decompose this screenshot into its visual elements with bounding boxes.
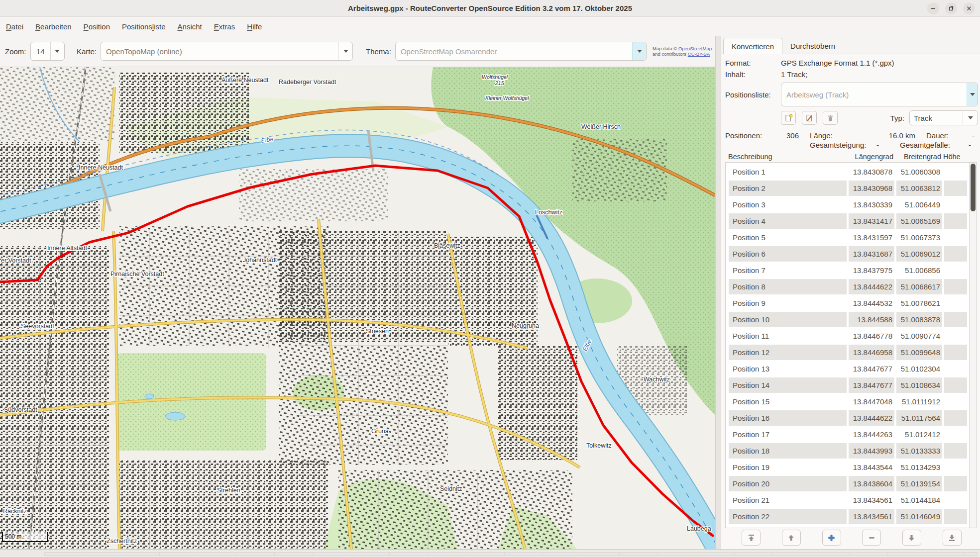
menu-item-positionsliste[interactable]: Positionsliste xyxy=(122,22,166,31)
move-position-bottom-button[interactable] xyxy=(943,530,962,546)
cell-lon: 13.8444622 xyxy=(849,279,894,294)
chevron-down-icon xyxy=(55,50,60,53)
table-scrollbar[interactable] xyxy=(969,163,977,528)
cell-description: Position 2 xyxy=(729,181,847,196)
arrow-down-icon xyxy=(907,534,916,542)
move-position-up-button[interactable] xyxy=(782,530,801,546)
openstreetmap-link[interactable]: OpenStreetMap xyxy=(678,46,712,51)
table-row[interactable]: Position 2013.843860451.0139154 xyxy=(726,475,969,492)
table-row[interactable]: Position 513.843159751.0067373 xyxy=(726,229,969,246)
delete-positionlist-button[interactable] xyxy=(823,111,838,125)
menu-item-ansicht[interactable]: Ansicht xyxy=(178,22,202,31)
positionlist-dropdown-button[interactable] xyxy=(967,83,978,106)
table-row[interactable]: Position 213.843096851.0063812 xyxy=(726,180,969,196)
table-header: Beschreibung Längengrad Breitengrad Höhe xyxy=(725,151,978,162)
map-label: Radeberger Vorstadt xyxy=(279,79,336,86)
cell-lon: 13.8444622 xyxy=(849,410,894,426)
table-row[interactable]: Position 113.843087851.0060308 xyxy=(726,164,969,180)
positions-table: Position 113.843087851.0060308Position 2… xyxy=(725,162,977,528)
table-row[interactable]: Position 1113.844677851.0090774 xyxy=(726,328,969,344)
move-position-top-button[interactable] xyxy=(742,530,761,546)
table-row[interactable]: Position 813.844462251.0068617 xyxy=(726,278,969,295)
content-value: 1 Track; xyxy=(781,70,978,79)
theme-combobox[interactable]: OpenStreetMap Osmarender xyxy=(395,42,647,61)
menu-item-hilfe[interactable]: Hilfe xyxy=(247,22,262,31)
type-combobox[interactable]: Track xyxy=(909,110,978,125)
move-position-down-button[interactable] xyxy=(902,530,921,546)
positionlist-combobox[interactable]: Arbeitsweg (Track) xyxy=(781,83,978,106)
cell-elev xyxy=(944,213,967,229)
rename-positionlist-button[interactable] xyxy=(802,111,817,125)
tab-konvertieren[interactable]: Konvertieren xyxy=(723,38,782,54)
cell-elev xyxy=(944,410,967,426)
cell-lon: 13.8430968 xyxy=(849,181,894,196)
positions-count-label: Positionen: xyxy=(725,131,777,140)
cell-lat: 51.0144184 xyxy=(896,492,942,508)
menu-item-extras[interactable]: Extras xyxy=(214,22,235,31)
map-label: Strehlen xyxy=(217,487,240,494)
map-label: Pirnaische Vorstadt xyxy=(110,271,164,278)
chevron-down-icon xyxy=(343,50,348,53)
cell-description: Position 10 xyxy=(729,312,847,327)
table-row[interactable]: Position 1313.844767751.0102304 xyxy=(726,361,969,377)
menu-item-bearbeiten[interactable]: Bearbeiten xyxy=(35,22,72,31)
table-row[interactable]: Position 1713.844426351.012412 xyxy=(726,426,969,443)
table-row[interactable]: Position 713.843797551.006856 xyxy=(726,262,969,278)
splitter-handle[interactable] xyxy=(715,36,721,549)
new-positionlist-button[interactable] xyxy=(781,111,796,125)
table-row[interactable]: Position 913.844453251.0078621 xyxy=(726,295,969,311)
table-row[interactable]: Position 2113.843456151.0144184 xyxy=(726,492,969,508)
column-header-longitude[interactable]: Längengrad xyxy=(848,153,893,161)
cell-description: Position 22 xyxy=(729,509,847,524)
table-row[interactable]: Position 1013.84458851.0083878 xyxy=(726,311,969,328)
map-label: Kleiner Wolfshügel xyxy=(485,95,529,101)
remove-position-button[interactable] xyxy=(862,530,881,546)
column-header-elevation[interactable]: Höhe xyxy=(943,153,966,161)
cell-lat: 51.006856 xyxy=(896,263,942,278)
license-link[interactable]: CC-BY-SA xyxy=(688,51,710,57)
map-label: Seevorstadt xyxy=(21,323,54,330)
close-button[interactable] xyxy=(963,2,975,14)
menu-item-position[interactable]: Position xyxy=(84,22,110,31)
map-view[interactable]: Äußere NeustadtRadeberger VorstadtWolfsh… xyxy=(0,67,715,549)
table-row[interactable]: Position 613.843168751.0069012 xyxy=(726,246,969,262)
map-source-dropdown-button[interactable] xyxy=(338,42,352,60)
menu-item-datei[interactable]: Datei xyxy=(6,22,23,31)
cell-lat: 51.0090774 xyxy=(896,328,942,344)
minimize-button[interactable] xyxy=(927,2,939,14)
map-label: Südvorstadt xyxy=(4,406,37,413)
table-row[interactable]: Position 1413.844767751.0108634 xyxy=(726,377,969,393)
table-row[interactable]: Position 413.843141751.0065169 xyxy=(726,213,969,229)
cell-description: Position 9 xyxy=(729,295,847,311)
table-row[interactable]: Position 1213.844695851.0099648 xyxy=(726,344,969,361)
scrollbar-thumb[interactable] xyxy=(971,164,976,211)
add-position-button[interactable] xyxy=(822,530,841,546)
zoom-spinner[interactable]: 14 xyxy=(30,42,65,61)
table-row[interactable]: Position 313.843033951.006449 xyxy=(726,196,969,213)
map-label: Wolfshügel xyxy=(482,74,508,80)
table-row[interactable]: Position 1913.844354451.0134293 xyxy=(726,459,969,475)
tab-durchstoebern[interactable]: Durchstöbern xyxy=(782,38,843,54)
duration-label: Dauer: xyxy=(926,131,972,140)
zoom-dropdown-button[interactable] xyxy=(50,42,64,60)
cell-elev xyxy=(944,361,967,376)
cell-elev xyxy=(944,197,967,212)
theme-dropdown-button[interactable] xyxy=(632,42,646,60)
table-row[interactable]: Position 1613.844462251.0117564 xyxy=(726,410,969,426)
arrow-up-icon xyxy=(787,534,795,542)
edit-icon xyxy=(805,114,814,122)
cell-lat: 51.0078621 xyxy=(896,295,942,311)
column-header-description[interactable]: Beschreibung xyxy=(728,153,846,161)
positions-table-body: Position 113.843087851.0060308Position 2… xyxy=(726,163,969,528)
map-label: Neugruna xyxy=(512,322,539,329)
zoom-label: Zoom: xyxy=(5,47,26,56)
cell-lat: 51.0067373 xyxy=(896,230,942,245)
maximize-button[interactable] xyxy=(945,2,957,14)
map-source-combobox[interactable]: OpenTopoMap (online) xyxy=(101,42,353,61)
cell-lon: 13.8447048 xyxy=(849,394,894,409)
table-row[interactable]: Position 1813.844399351.0133333 xyxy=(726,443,969,459)
type-dropdown-button[interactable] xyxy=(963,111,978,125)
table-row[interactable]: Position 1513.844704851.0111912 xyxy=(726,393,969,410)
column-header-latitude[interactable]: Breitengrad xyxy=(895,153,941,161)
table-row[interactable]: Position 2213.843456151.0146049 xyxy=(726,508,969,525)
